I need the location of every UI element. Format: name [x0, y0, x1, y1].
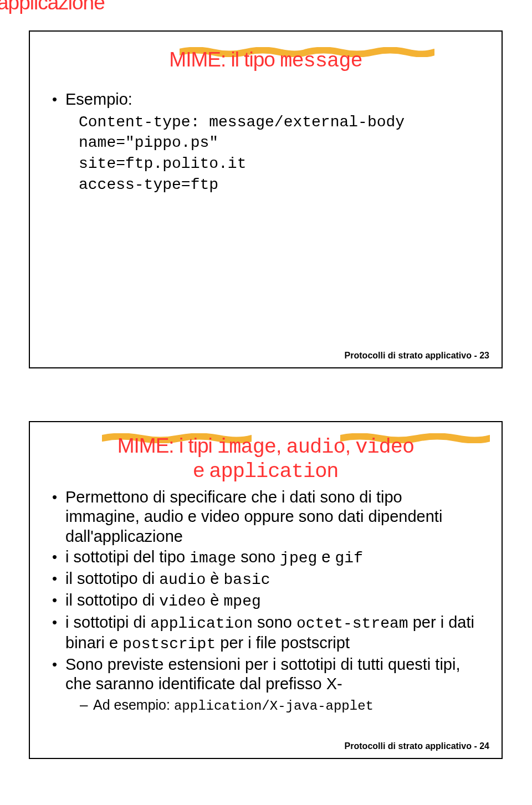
bullet-dot-icon: • — [52, 591, 65, 611]
t: è — [206, 570, 223, 587]
bullet-item: • il sottotipo di video è mpeg — [52, 591, 479, 611]
bullet-item: • il sottotipo di audio è basic — [52, 569, 479, 589]
page: applicazione MIME: il tipo message • Ese… — [0, 0, 532, 805]
sub-text: Ad esempio: application/X-java-applet — [93, 696, 374, 715]
bullet-dot-icon: • — [52, 655, 65, 694]
code-line: Content-type: message/external-body — [79, 112, 479, 133]
slide-1-content: • Esempio: Content-type: message/externa… — [30, 73, 502, 196]
code-line: access-type=ftp — [79, 175, 479, 196]
slide-2-title-line1: MIME: i tipi image, audio, video — [117, 434, 414, 459]
slide-1: MIME: il tipo message • Esempio: Content… — [29, 30, 503, 368]
t: video — [355, 435, 414, 459]
bullet-text: Esempio: — [65, 89, 479, 110]
t: video — [159, 593, 206, 610]
title-mono: message — [280, 49, 362, 73]
bullet-dot-icon: • — [52, 547, 65, 568]
t: i sottotipi di — [65, 613, 150, 631]
t: basic — [224, 571, 270, 588]
code-block: Content-type: message/external-body name… — [52, 112, 479, 196]
t: il sottotipo di — [65, 591, 159, 609]
sub-bullet-item: – Ad esempio: application/X-java-applet — [80, 696, 479, 715]
bullet-text: il sottotipo di audio è basic — [65, 569, 479, 589]
bullet-dot-icon: • — [52, 613, 65, 654]
t: postscript — [122, 635, 216, 653]
t: i sottotipi del tipo — [65, 548, 190, 566]
bullet-dot-icon: • — [52, 569, 65, 589]
bullet-text: Permettono di specificare che i dati son… — [65, 488, 479, 546]
bullet-item: • i sottotipi di application sono octet-… — [52, 613, 479, 654]
slide-2-title-line2: e application — [193, 459, 338, 483]
slide-2-content: • Permettono di specificare che i dati s… — [30, 483, 502, 715]
t: image — [217, 435, 276, 459]
bullet-text: il sottotipo di video è mpeg — [65, 591, 479, 611]
t: gif — [335, 550, 363, 567]
bullet-dot-icon: • — [52, 89, 65, 110]
t: MIME: i tipi — [117, 434, 217, 457]
t: sono — [236, 548, 280, 566]
t: sono — [253, 613, 296, 631]
t: e — [317, 548, 335, 566]
t: audio — [159, 571, 206, 588]
t: application/X-java-applet — [174, 699, 374, 714]
t: e — [193, 459, 209, 481]
bullet-item: • i sottotipi del tipo image sono jpeg e… — [52, 547, 479, 568]
slide-1-footer: Protocolli di strato applicativo - 23 — [345, 351, 489, 361]
code-line: site=ftp.polito.it — [79, 153, 479, 175]
bullet-item: • Sono previste estensioni per i sottoti… — [52, 655, 479, 694]
t: per i file postscript — [216, 634, 350, 652]
bullet-item: • Esempio: — [52, 89, 479, 110]
bullet-item: • Permettono di specificare che i dati s… — [52, 488, 479, 546]
partial-title-top: applicazione — [0, 0, 105, 14]
bullet-text: i sottotipi del tipo image sono jpeg e g… — [65, 547, 479, 568]
t: image — [190, 550, 236, 567]
t: Ad esempio: — [93, 697, 174, 712]
bullet-dot-icon: • — [52, 488, 65, 546]
slide-2-footer: Protocolli di strato applicativo - 24 — [345, 741, 489, 751]
title-text: MIME: il tipo — [169, 48, 280, 71]
t: , — [345, 434, 356, 457]
t: application — [209, 460, 338, 483]
t: , — [276, 434, 287, 457]
slide-2: MIME: i tipi image, audio, video e appli… — [29, 421, 503, 759]
t: audio — [287, 435, 345, 459]
t: il sottotipo di — [65, 570, 159, 587]
bullet-text: Sono previste estensioni per i sottotipi… — [65, 655, 479, 694]
bullet-text: i sottotipi di application sono octet-st… — [65, 613, 479, 654]
slide-2-title-wrap: MIME: i tipi image, audio, video e appli… — [30, 434, 502, 483]
slide-1-title-wrap: MIME: il tipo message — [30, 48, 502, 73]
t: è — [206, 591, 223, 609]
t: octet-stream — [296, 615, 408, 632]
code-line: name="pippo.ps" — [79, 132, 479, 153]
slide-1-title: MIME: il tipo message — [169, 48, 362, 73]
t: mpeg — [224, 593, 261, 610]
t: jpeg — [280, 550, 317, 567]
dash-icon: – — [80, 696, 93, 715]
t: application — [150, 615, 253, 632]
